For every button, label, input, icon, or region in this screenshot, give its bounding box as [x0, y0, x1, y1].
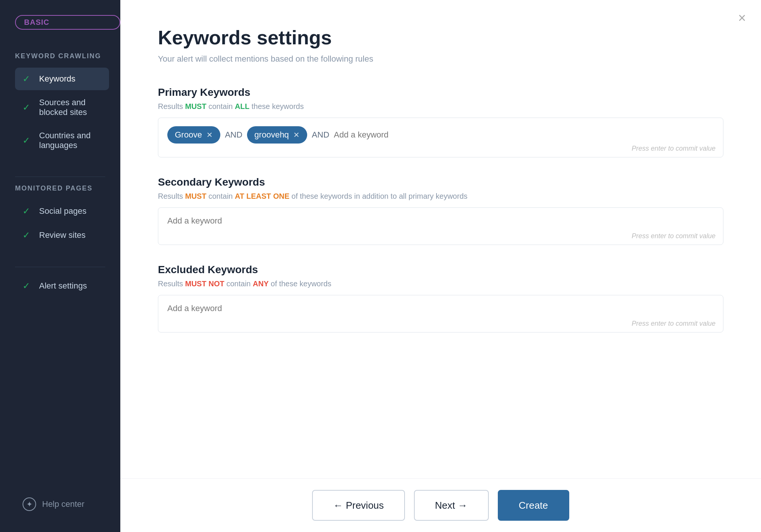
sidebar-item-keywords-label: Keywords: [39, 74, 76, 84]
secondary-keywords-inner: [167, 216, 714, 226]
main-panel: × Keywords settings Your alert will coll…: [120, 0, 761, 532]
secondary-suffix: of these keywords in addition to all pri…: [290, 192, 468, 200]
primary-contain: contain: [206, 102, 235, 110]
check-icon-social: ✓: [23, 206, 33, 216]
page-subtitle: Your alert will collect mentions based o…: [158, 54, 723, 64]
secondary-keywords-desc: Results MUST contain AT LEAST ONE of the…: [158, 192, 723, 201]
primary-all: ALL: [235, 102, 250, 110]
primary-suffix: these keywords: [249, 102, 304, 110]
help-icon-symbol: ✦: [26, 500, 33, 509]
primary-keywords-section: Primary Keywords Results MUST contain AL…: [158, 86, 723, 157]
keyword-groove-remove[interactable]: ✕: [206, 131, 213, 139]
primary-commit-hint: Press enter to commit value: [632, 145, 716, 153]
secondary-keyword-add-input[interactable]: [167, 216, 271, 226]
check-icon-alert: ✓: [23, 281, 33, 291]
keyword-tag-groove: Groove ✕: [167, 126, 220, 144]
sidebar: BASIC KEYWORD CRAWLING ✓ Keywords ✓ Sour…: [0, 0, 120, 532]
sidebar-item-countries[interactable]: ✓ Countries and languages: [15, 125, 109, 156]
sidebar-item-review-label: Review sites: [39, 230, 85, 240]
primary-must: MUST: [185, 102, 206, 110]
excluded-keywords-inner: [167, 304, 714, 313]
check-icon-sources: ✓: [23, 102, 33, 113]
sidebar-monitored-section: MONITORED PAGES ✓ Social pages ✓ Review …: [0, 184, 120, 248]
sidebar-item-keywords[interactable]: ✓ Keywords: [15, 68, 109, 90]
secondary-must: MUST: [185, 192, 206, 200]
primary-keywords-input-box[interactable]: Groove ✕ AND groovehq ✕ AND Press enter …: [158, 118, 723, 157]
secondary-keywords-section: Secondary Keywords Results MUST contain …: [158, 176, 723, 245]
secondary-desc-prefix: Results: [158, 192, 185, 200]
sidebar-item-countries-label: Countries and languages: [39, 131, 102, 150]
sidebar-divider-2: [15, 267, 105, 267]
sidebar-item-sources-label: Sources and blocked sites: [39, 98, 102, 117]
main-footer: ← Previous Next → Create: [120, 478, 761, 532]
excluded-must-not: MUST NOT: [185, 280, 224, 288]
check-icon-countries: ✓: [23, 135, 33, 146]
primary-keyword-add-input[interactable]: [334, 130, 437, 140]
check-icon-review: ✓: [23, 230, 33, 240]
excluded-keyword-add-input[interactable]: [167, 304, 271, 313]
secondary-keywords-title: Secondary Keywords: [158, 176, 723, 188]
check-icon-keywords: ✓: [23, 74, 33, 84]
sidebar-monitored-label: MONITORED PAGES: [15, 184, 109, 192]
excluded-desc-prefix: Results: [158, 280, 185, 288]
keyword-groove-label: Groove: [175, 130, 202, 140]
badge-basic: BASIC: [15, 15, 120, 30]
excluded-keywords-title: Excluded Keywords: [158, 264, 723, 276]
help-icon: ✦: [23, 497, 36, 511]
excluded-commit-hint: Press enter to commit value: [632, 320, 716, 328]
excluded-suffix: of these keywords: [269, 280, 332, 288]
secondary-commit-hint: Press enter to commit value: [632, 232, 716, 240]
help-center-item[interactable]: ✦ Help center: [15, 491, 109, 517]
sidebar-crawling-label: KEYWORD CRAWLING: [15, 52, 109, 60]
and-label-1: AND: [225, 130, 242, 140]
primary-desc-prefix: Results: [158, 102, 185, 110]
create-button[interactable]: Create: [498, 490, 569, 521]
secondary-contain: contain: [206, 192, 235, 200]
sidebar-item-alert-label: Alert settings: [39, 281, 87, 291]
secondary-at-least: AT LEAST ONE: [235, 192, 290, 200]
primary-keywords-title: Primary Keywords: [158, 86, 723, 98]
and-label-2: AND: [312, 130, 329, 140]
keyword-tag-groovehq: groovehq ✕: [247, 126, 308, 144]
page-title: Keywords settings: [158, 26, 723, 49]
excluded-contain: contain: [224, 280, 253, 288]
excluded-keywords-input-box[interactable]: Press enter to commit value: [158, 295, 723, 332]
sidebar-item-review[interactable]: ✓ Review sites: [15, 224, 109, 246]
sidebar-crawling-section: KEYWORD CRAWLING ✓ Keywords ✓ Sources an…: [0, 52, 120, 158]
help-center-label: Help center: [42, 499, 85, 509]
secondary-keywords-input-box[interactable]: Press enter to commit value: [158, 207, 723, 245]
main-content: Keywords settings Your alert will collec…: [120, 0, 761, 478]
sidebar-item-sources[interactable]: ✓ Sources and blocked sites: [15, 92, 109, 123]
primary-keywords-inner: Groove ✕ AND groovehq ✕ AND: [167, 126, 714, 144]
sidebar-other-section: ✓ Alert settings: [0, 275, 120, 299]
close-button[interactable]: ×: [738, 11, 746, 25]
primary-keywords-desc: Results MUST contain ALL these keywords: [158, 102, 723, 111]
excluded-any: ANY: [253, 280, 268, 288]
sidebar-item-social[interactable]: ✓ Social pages: [15, 200, 109, 222]
sidebar-item-alert[interactable]: ✓ Alert settings: [15, 275, 109, 297]
excluded-keywords-section: Excluded Keywords Results MUST NOT conta…: [158, 264, 723, 332]
sidebar-divider-1: [15, 177, 105, 177]
sidebar-item-social-label: Social pages: [39, 206, 86, 216]
excluded-keywords-desc: Results MUST NOT contain ANY of these ke…: [158, 280, 723, 288]
previous-button[interactable]: ← Previous: [312, 490, 405, 521]
keyword-groovehq-remove[interactable]: ✕: [293, 131, 300, 139]
next-button[interactable]: Next →: [414, 490, 489, 521]
keyword-groovehq-label: groovehq: [255, 130, 289, 140]
sidebar-bottom: ✦ Help center: [0, 491, 120, 517]
